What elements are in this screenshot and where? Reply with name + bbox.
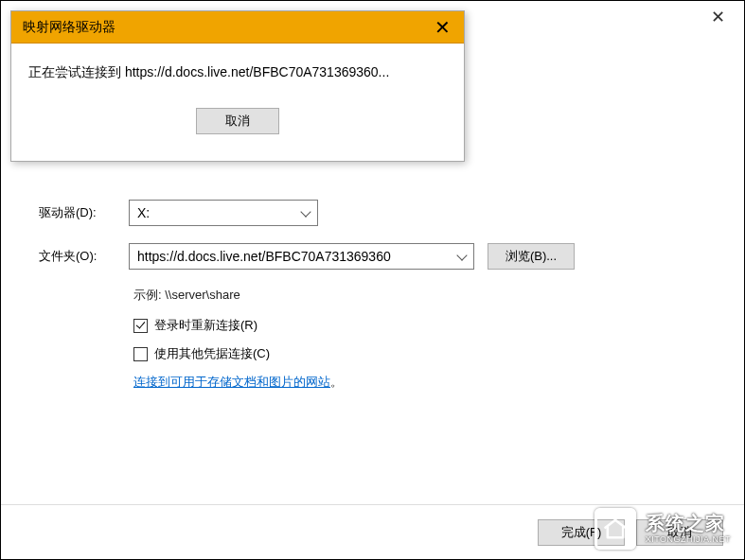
reconnect-label: 登录时重新连接(R) (154, 317, 257, 334)
wizard-form: 驱动器(D): X: 文件夹(O): https://d.docs.live.n… (39, 200, 716, 391)
connect-website-link[interactable]: 连接到可用于存储文档和图片的网站 (133, 375, 330, 389)
drive-label: 驱动器(D): (39, 204, 129, 221)
dialog-message: 正在尝试连接到 https://d.docs.live.net/BFBC70A7… (28, 64, 447, 81)
folder-value: https://d.docs.live.net/BFBC70A731369360 (137, 249, 391, 264)
website-link-line: 连接到可用于存储文档和图片的网站。 (133, 374, 716, 391)
connecting-dialog: 映射网络驱动器 ✕ 正在尝试连接到 https://d.docs.live.ne… (10, 10, 465, 162)
reconnect-row: 登录时重新连接(R) (133, 317, 716, 334)
dialog-titlebar: 映射网络驱动器 ✕ (11, 11, 464, 44)
dialog-button-row: 取消 (28, 108, 447, 134)
drive-combobox[interactable]: X: (129, 200, 318, 226)
dialog-cancel-button[interactable]: 取消 (196, 108, 279, 134)
folder-label: 文件夹(O): (39, 248, 129, 265)
othercred-checkbox[interactable] (133, 347, 148, 361)
othercred-label: 使用其他凭据连接(C) (154, 345, 270, 362)
link-period: 。 (330, 375, 343, 389)
wizard-cancel-button[interactable]: 取消 (636, 519, 723, 546)
drive-value: X: (137, 205, 150, 220)
chevron-down-icon (456, 251, 468, 262)
dialog-close-button[interactable]: ✕ (429, 18, 456, 37)
reconnect-checkbox[interactable] (133, 319, 148, 333)
wizard-footer: 完成(F) 取消 (1, 504, 744, 559)
folder-combobox[interactable]: https://d.docs.live.net/BFBC70A731369360 (129, 243, 474, 270)
options-block: 示例: \\server\share 登录时重新连接(R) 使用其他凭据连接(C… (133, 287, 716, 391)
chevron-down-icon (300, 207, 311, 219)
drive-row: 驱动器(D): X: (39, 200, 716, 226)
folder-row: 文件夹(O): https://d.docs.live.net/BFBC70A7… (39, 243, 716, 270)
browse-button[interactable]: 浏览(B)... (488, 243, 575, 270)
dialog-body: 正在尝试连接到 https://d.docs.live.net/BFBC70A7… (11, 44, 464, 161)
dialog-title: 映射网络驱动器 (23, 19, 115, 36)
example-text: 示例: \\server\share (133, 287, 716, 304)
finish-button[interactable]: 完成(F) (538, 519, 625, 546)
othercred-row: 使用其他凭据连接(C) (133, 345, 716, 362)
window-close-button[interactable]: ✕ (701, 5, 735, 29)
